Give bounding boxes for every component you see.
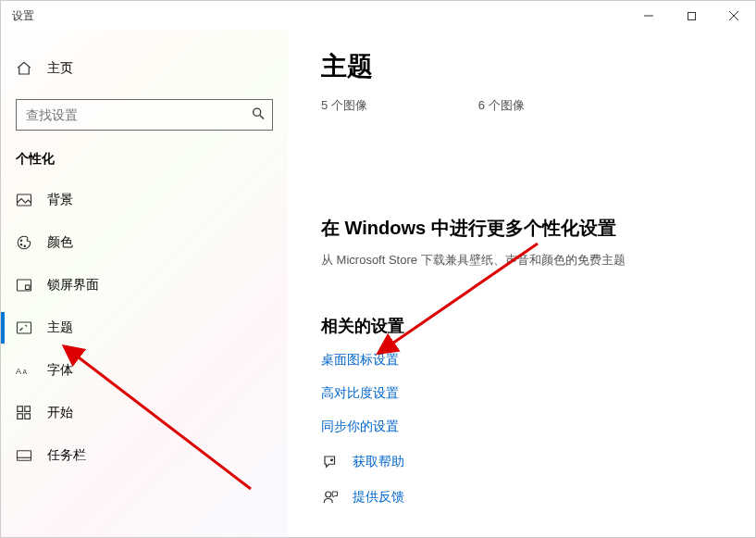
palette-icon bbox=[16, 234, 32, 251]
content-pane: 主题 5 个图像 6 个图像 在 Windows 中进行更多个性化设置 从 Mi… bbox=[288, 31, 755, 537]
search-input[interactable] bbox=[16, 99, 273, 131]
svg-text:A: A bbox=[23, 369, 28, 375]
sidebar-item-label: 任务栏 bbox=[47, 447, 86, 464]
image-icon bbox=[16, 193, 32, 207]
close-button[interactable] bbox=[713, 1, 755, 31]
thumbnail-count: 5 个图像 bbox=[321, 97, 367, 114]
titlebar: 设置 bbox=[1, 1, 755, 31]
help-icon bbox=[321, 454, 340, 470]
svg-point-21 bbox=[331, 459, 333, 461]
themes-icon bbox=[16, 320, 32, 335]
start-icon bbox=[16, 406, 32, 420]
related-settings-heading: 相关的设置 bbox=[321, 315, 755, 337]
svg-rect-1 bbox=[688, 12, 695, 19]
sidebar-item-label: 锁屏界面 bbox=[47, 277, 99, 294]
get-help-label: 获取帮助 bbox=[353, 454, 404, 470]
svg-line-5 bbox=[260, 116, 264, 119]
sidebar-item-start[interactable]: 开始 bbox=[1, 392, 288, 434]
maximize-button[interactable] bbox=[670, 1, 713, 31]
lockscreen-icon bbox=[16, 278, 32, 293]
give-feedback-label: 提供反馈 bbox=[353, 489, 404, 506]
svg-rect-12 bbox=[18, 322, 31, 333]
home-icon bbox=[16, 60, 32, 77]
svg-point-8 bbox=[20, 244, 22, 246]
svg-point-22 bbox=[326, 492, 331, 497]
svg-rect-18 bbox=[25, 414, 31, 419]
sidebar-item-label: 颜色 bbox=[47, 234, 73, 251]
svg-rect-15 bbox=[18, 407, 23, 412]
font-icon: A A bbox=[16, 363, 32, 378]
window-title: 设置 bbox=[12, 8, 34, 24]
sidebar-item-fonts[interactable]: A A 字体 bbox=[1, 349, 288, 392]
feedback-icon bbox=[321, 489, 340, 506]
sidebar-item-themes[interactable]: 主题 bbox=[1, 307, 288, 349]
sidebar-item-taskbar[interactable]: 任务栏 bbox=[1, 434, 288, 477]
more-personalization-heading: 在 Windows 中进行更多个性化设置 bbox=[321, 216, 755, 241]
sidebar-item-label: 字体 bbox=[47, 362, 73, 379]
sidebar-item-colors[interactable]: 颜色 bbox=[1, 221, 288, 264]
sidebar-item-label: 开始 bbox=[47, 405, 73, 421]
svg-point-9 bbox=[24, 245, 26, 247]
get-help-link[interactable]: 获取帮助 bbox=[321, 454, 755, 470]
thumbnail-count: 6 个图像 bbox=[478, 97, 525, 114]
taskbar-icon bbox=[16, 449, 32, 462]
more-personalization-desc: 从 Microsoft Store 下载兼具壁纸、声音和颜色的免费主题 bbox=[321, 252, 755, 269]
home-nav[interactable]: 主页 bbox=[1, 53, 288, 84]
sidebar: 主页 个性化 背景 bbox=[1, 31, 288, 537]
svg-rect-11 bbox=[26, 285, 31, 290]
link-sync-settings[interactable]: 同步你的设置 bbox=[321, 419, 755, 435]
link-desktop-icon-settings[interactable]: 桌面图标设置 bbox=[321, 352, 755, 369]
sidebar-item-lockscreen[interactable]: 锁屏界面 bbox=[1, 264, 288, 307]
svg-text:A: A bbox=[16, 367, 21, 376]
sidebar-item-label: 背景 bbox=[47, 192, 73, 208]
search-icon[interactable] bbox=[251, 106, 266, 124]
theme-thumbnail-counts: 5 个图像 6 个图像 bbox=[321, 97, 755, 114]
svg-point-7 bbox=[20, 240, 22, 242]
minimize-button[interactable] bbox=[627, 1, 670, 31]
svg-rect-16 bbox=[25, 407, 31, 412]
svg-point-4 bbox=[254, 108, 261, 116]
give-feedback-link[interactable]: 提供反馈 bbox=[321, 489, 755, 506]
svg-rect-19 bbox=[18, 451, 31, 461]
search-container bbox=[16, 99, 273, 131]
sidebar-item-background[interactable]: 背景 bbox=[1, 179, 288, 221]
sidebar-item-label: 主题 bbox=[47, 319, 73, 336]
page-title: 主题 bbox=[321, 49, 755, 84]
svg-rect-17 bbox=[18, 414, 23, 419]
nav-list: 背景 颜色 bbox=[1, 179, 288, 477]
home-label: 主页 bbox=[47, 60, 73, 77]
sidebar-section-title: 个性化 bbox=[1, 151, 288, 179]
link-high-contrast-settings[interactable]: 高对比度设置 bbox=[321, 385, 755, 402]
